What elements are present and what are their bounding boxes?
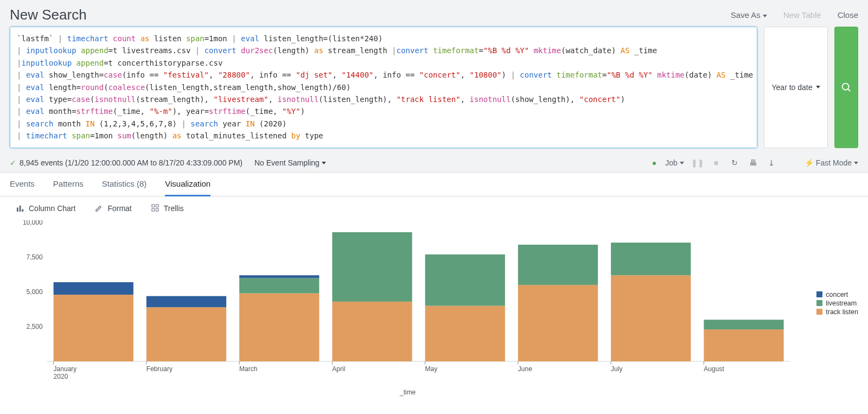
tab-patterns[interactable]: Patterns	[53, 173, 84, 196]
time-range-picker[interactable]: Year to date	[764, 27, 828, 148]
svg-rect-5	[152, 205, 155, 207]
trellis-button[interactable]: Trellis	[151, 204, 184, 213]
svg-rect-32	[425, 305, 505, 361]
header-actions: Save As New Table Close	[731, 10, 858, 20]
status-right: ● Job ❚❚ ■ ↻ 🖶 ⤓ ⚡Fast Mode	[652, 158, 858, 168]
format-label: Format	[107, 204, 131, 213]
svg-rect-40	[611, 275, 691, 361]
save-as-menu[interactable]: Save As	[731, 10, 767, 20]
chevron-down-icon	[322, 162, 326, 164]
svg-rect-3	[20, 206, 21, 212]
svg-text:2020: 2020	[54, 373, 68, 380]
chevron-down-icon	[763, 15, 767, 17]
page-title: New Search	[10, 7, 87, 23]
svg-rect-41	[611, 243, 691, 275]
svg-text:January: January	[54, 365, 77, 373]
swatch-concert	[816, 291, 822, 297]
svg-text:7,500: 7,500	[27, 253, 43, 261]
chevron-down-icon	[816, 86, 820, 88]
svg-rect-37	[518, 244, 598, 284]
swatch-track-listen	[816, 309, 822, 315]
svg-rect-15	[54, 282, 133, 295]
status-bar: ✓8,945 events (1/1/20 12:00:00.000 AM to…	[0, 154, 868, 173]
svg-text:10,000: 10,000	[23, 220, 43, 226]
chart-area: 2,5005,0007,50010,000January2020February…	[0, 220, 868, 402]
tab-visualization[interactable]: Visualization	[165, 173, 210, 196]
results-tabs: Events Patterns Statistics (8) Visualiza…	[0, 173, 868, 196]
svg-rect-4	[22, 209, 23, 212]
svg-point-0	[843, 83, 849, 90]
check-icon: ✓	[10, 158, 16, 167]
svg-rect-44	[704, 329, 783, 361]
svg-rect-24	[239, 278, 319, 293]
trellis-label: Trellis	[164, 204, 184, 213]
run-search-button[interactable]	[834, 27, 858, 148]
svg-text:May: May	[425, 365, 438, 373]
status-left: ✓8,945 events (1/1/20 12:00:00.000 AM to…	[10, 158, 326, 167]
new-table-button[interactable]: New Table	[783, 10, 821, 20]
svg-text:August: August	[704, 365, 724, 373]
svg-rect-8	[156, 208, 158, 211]
search-input[interactable]: `lastfm` | timechart count as listen spa…	[10, 27, 757, 148]
job-menu[interactable]: Job	[665, 158, 684, 167]
svg-rect-28	[332, 301, 412, 361]
event-sampling-menu[interactable]: No Event Sampling	[254, 158, 326, 167]
swatch-livestream	[816, 300, 822, 306]
search-mode-menu[interactable]: ⚡Fast Mode	[805, 158, 858, 167]
column-chart-icon	[16, 204, 24, 212]
export-button[interactable]: ⤓	[767, 158, 776, 168]
chevron-down-icon	[854, 162, 858, 164]
svg-line-1	[848, 89, 850, 91]
tab-statistics[interactable]: Statistics (8)	[102, 173, 147, 196]
viz-toolbar: Column Chart Format Trellis	[0, 196, 868, 220]
job-status-icon: ●	[652, 158, 656, 167]
reload-button[interactable]: ↻	[730, 158, 739, 168]
svg-rect-19	[146, 307, 226, 361]
svg-text:March: March	[239, 365, 257, 373]
legend-item-track-listen[interactable]: track listen	[816, 308, 858, 316]
x-axis-title: _time	[4, 388, 811, 396]
chart-type-label: Column Chart	[29, 204, 75, 213]
svg-rect-14	[54, 295, 133, 361]
svg-rect-33	[425, 254, 505, 305]
print-button[interactable]: 🖶	[748, 158, 758, 168]
svg-rect-29	[332, 232, 412, 301]
svg-rect-36	[518, 285, 598, 361]
close-button[interactable]: Close	[838, 10, 858, 20]
column-chart[interactable]: 2,5005,0007,50010,000January2020February…	[4, 220, 811, 396]
chart-svg: 2,5005,0007,50010,000January2020February…	[4, 220, 811, 383]
svg-rect-23	[239, 293, 319, 361]
chart-type-picker[interactable]: Column Chart	[16, 204, 75, 213]
legend-item-concert[interactable]: concert	[816, 291, 858, 298]
chart-legend: concert livestream track listen	[816, 291, 858, 317]
pause-button[interactable]: ❚❚	[693, 158, 703, 168]
svg-rect-45	[704, 320, 783, 329]
svg-rect-25	[239, 275, 319, 278]
svg-text:February: February	[146, 365, 173, 373]
header: New Search Save As New Table Close	[0, 0, 868, 27]
svg-rect-6	[156, 205, 158, 207]
svg-rect-7	[152, 208, 155, 211]
svg-rect-2	[17, 208, 18, 212]
legend-item-livestream[interactable]: livestream	[816, 300, 858, 307]
tab-events[interactable]: Events	[10, 173, 35, 196]
svg-text:April: April	[332, 365, 345, 373]
svg-text:July: July	[611, 365, 622, 373]
lightning-icon: ⚡	[805, 158, 814, 167]
chevron-down-icon	[680, 162, 684, 164]
search-row: `lastfm` | timechart count as listen spa…	[0, 27, 868, 154]
result-summary: ✓8,945 events (1/1/20 12:00:00.000 AM to…	[10, 158, 242, 167]
format-icon	[95, 204, 103, 212]
stop-button[interactable]: ■	[711, 158, 721, 168]
svg-text:5,000: 5,000	[27, 288, 43, 296]
format-button[interactable]: Format	[95, 204, 131, 213]
trellis-icon	[151, 204, 159, 212]
svg-text:2,500: 2,500	[27, 323, 43, 330]
svg-rect-20	[146, 296, 226, 307]
time-range-label: Year to date	[772, 83, 813, 92]
search-icon	[840, 81, 852, 93]
svg-text:June: June	[518, 365, 532, 373]
